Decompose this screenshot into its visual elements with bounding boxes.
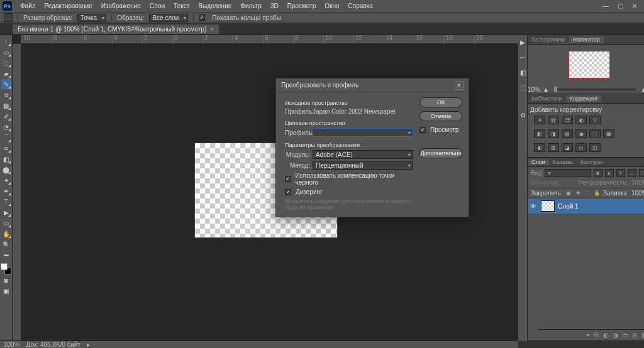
menu-layers[interactable]: Слои	[145, 3, 169, 9]
blend-mode-dropdown[interactable]: Обычные	[531, 179, 574, 186]
sample-dropdown[interactable]: Все слои	[149, 14, 188, 22]
status-doc-info[interactable]: Док: 465,8K/0 байт	[26, 341, 80, 348]
advanced-button[interactable]: Дополнительно	[419, 148, 462, 158]
menu-image[interactable]: Изображение	[97, 3, 145, 9]
bw-icon[interactable]: ▤	[562, 129, 573, 138]
hand-tool[interactable]: ✋	[1, 229, 11, 239]
intent-dropdown[interactable]: Перцепционный	[313, 161, 413, 170]
delete-layer-icon[interactable]: 🗑	[641, 332, 644, 339]
marquee-tool[interactable]: ▭	[1, 47, 11, 57]
pen-tool[interactable]: ✒	[1, 186, 11, 196]
crop-tool[interactable]: ▰	[1, 68, 11, 79]
menu-text[interactable]: Текст	[169, 3, 194, 9]
dialog-titlebar[interactable]: Преобразовать в профиль ✕	[276, 79, 469, 92]
lock-all-icon[interactable]: 🔒	[594, 190, 601, 197]
navigator-thumbnail[interactable]	[569, 51, 610, 79]
status-zoom[interactable]: 100%	[4, 341, 20, 348]
navigator-zoom-slider[interactable]	[554, 89, 636, 90]
bpc-checkbox[interactable]	[285, 176, 291, 182]
edit-toolbar-button[interactable]: •••	[1, 250, 11, 260]
menu-edit[interactable]: Редактирование	[40, 3, 97, 9]
lock-artboard-icon[interactable]: ⬚	[584, 190, 591, 197]
layer-style-icon[interactable]: fx	[594, 332, 599, 339]
hue-sat-icon[interactable]: ◧	[534, 129, 545, 138]
new-layer-icon[interactable]: ⊞	[632, 332, 637, 339]
ruler-vertical[interactable]	[13, 44, 21, 341]
menu-view[interactable]: Просмотр	[283, 3, 321, 9]
target-profile-dropdown[interactable]	[313, 128, 413, 137]
engine-dropdown[interactable]: Adobe (ACE)	[313, 150, 413, 159]
filter-adjust-icon[interactable]: ◐	[605, 169, 614, 177]
link-layers-icon[interactable]: ⚭	[586, 332, 591, 339]
filter-image-icon[interactable]: ▣	[594, 169, 602, 177]
path-select-tool[interactable]: ▶	[1, 207, 11, 217]
menu-select[interactable]: Выделение	[194, 3, 236, 9]
status-arrow-icon[interactable]: ▸	[87, 341, 90, 348]
photo-filter-icon[interactable]: ◉	[575, 129, 587, 138]
tab-libraries[interactable]: Библиотеки	[528, 95, 566, 102]
menu-window[interactable]: Окно	[320, 3, 343, 9]
eraser-tool[interactable]: ⭘	[1, 143, 11, 153]
layer-kind-dropdown[interactable]: ▾	[545, 169, 591, 177]
selective-color-icon[interactable]: ◫	[589, 143, 601, 152]
history-icon[interactable]: ⤺	[518, 53, 527, 62]
filter-shape-icon[interactable]: ▱	[628, 169, 636, 177]
menu-3d[interactable]: 3D	[266, 3, 283, 9]
lock-position-icon[interactable]: ✚	[575, 190, 582, 197]
show-ring-checkbox[interactable]	[199, 14, 205, 21]
document-tab-close-icon[interactable]: ×	[210, 26, 214, 33]
layer-mask-icon[interactable]: ◐	[603, 332, 609, 339]
invert-icon[interactable]: ◐	[534, 143, 545, 152]
threshold-icon[interactable]: ◪	[562, 143, 573, 152]
lasso-tool[interactable]: ◌	[1, 58, 11, 68]
new-group-icon[interactable]: 🗀	[622, 332, 628, 339]
cancel-button[interactable]: Отмена	[419, 111, 462, 121]
gradient-tool[interactable]: ◧	[1, 154, 11, 164]
color-lookup-icon[interactable]: ▦	[603, 129, 614, 138]
color-balance-icon[interactable]: ◨	[548, 129, 559, 138]
layer-thumbnail[interactable]	[541, 200, 555, 212]
curves-icon[interactable]: ☷	[562, 116, 573, 124]
color-swatches[interactable]	[1, 263, 11, 275]
layer-name[interactable]: Слой 1	[558, 203, 579, 210]
brush-tool[interactable]: ✐	[1, 111, 11, 121]
close-button[interactable]: ✕	[630, 3, 639, 9]
filter-smart-icon[interactable]: ◫	[639, 169, 644, 177]
tab-navigator[interactable]: Навигатор	[569, 36, 604, 43]
character-icon[interactable]: ⬚	[518, 83, 527, 92]
sample-size-dropdown[interactable]: Точка	[77, 14, 106, 22]
dialog-close-button[interactable]: ✕	[455, 81, 464, 90]
document-tab[interactable]: Без имени-1 @ 100% (Слой 1, CMYK/8#/Конт…	[13, 24, 219, 34]
menu-file[interactable]: Файл	[16, 3, 40, 9]
tab-correction[interactable]: Коррекция	[566, 95, 601, 102]
dodge-tool[interactable]: ✦	[1, 175, 11, 185]
tab-paths[interactable]: Контуры	[577, 159, 606, 165]
zoom-in-icon[interactable]: ▲	[641, 86, 644, 93]
opacity-value[interactable]: 100%	[631, 179, 644, 186]
properties-icon[interactable]: ◧	[518, 68, 527, 77]
levels-icon[interactable]: ▤	[548, 116, 559, 124]
exposure-icon[interactable]: ◐	[575, 116, 587, 124]
shape-tool[interactable]: ▭	[1, 218, 11, 228]
screen-mode-button[interactable]: ▣	[1, 286, 11, 296]
new-fill-layer-icon[interactable]: ◑	[613, 332, 618, 339]
eyedropper-tool[interactable]: ✎	[1, 79, 11, 89]
menu-filter[interactable]: Фильтр	[236, 3, 266, 9]
foreground-color-swatch[interactable]	[1, 263, 8, 270]
quick-mask-button[interactable]: ◙	[1, 275, 11, 285]
tool-preset-picker[interactable]	[4, 13, 13, 22]
tab-layers[interactable]: Слои	[528, 159, 549, 165]
zoom-out-icon[interactable]: ▲	[543, 86, 549, 93]
gradient-map-icon[interactable]: ▭	[575, 143, 587, 152]
tab-channels[interactable]: Каналы	[549, 159, 577, 165]
fill-value[interactable]: 100%	[631, 190, 644, 197]
stamp-tool[interactable]: ◔	[1, 122, 11, 132]
brightness-contrast-icon[interactable]: ☀	[534, 116, 545, 124]
ok-button[interactable]: ОК	[419, 97, 462, 107]
vibrance-icon[interactable]: ▽	[589, 116, 601, 124]
lock-pixels-icon[interactable]: ▣	[565, 190, 572, 197]
minimize-button[interactable]: —	[601, 3, 611, 9]
menu-help[interactable]: Справка	[344, 3, 377, 9]
settings-icon[interactable]: ⚙	[518, 111, 527, 119]
blur-tool[interactable]: ⬤	[1, 165, 11, 175]
